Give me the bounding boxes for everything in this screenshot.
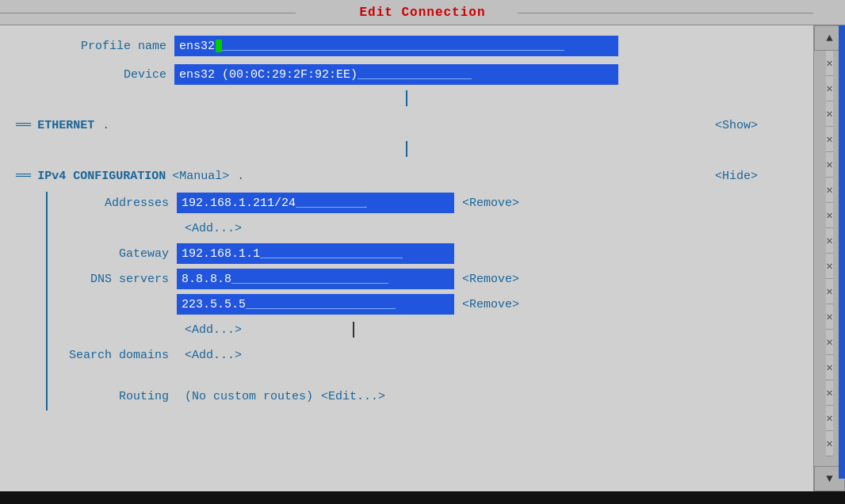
scroll-item: ✕ [826, 178, 832, 203]
vert-bar1 [406, 90, 407, 106]
bottom-bar [0, 491, 845, 504]
ipv4-block: Addresses 192.168.1.211/24__________ <Re… [46, 192, 797, 410]
dns1-row: DNS servers 8.8.8.8_____________________… [54, 268, 797, 290]
dns-label: DNS servers [54, 273, 177, 286]
profile-row: Profile name ens32______________________… [16, 33, 797, 59]
gateway-row: Gateway 192.168.1.1____________________ [54, 242, 797, 265]
add-dns-row: <Add...> [54, 319, 797, 341]
title-bar: Edit Connection [0, 0, 845, 25]
window-title: Edit Connection [359, 6, 485, 20]
ipv4-dot: . [237, 170, 244, 183]
ipv4-section: ══ IPv4 CONFIGURATION <Manual> . <Hide> [16, 163, 797, 189]
scroll-item: ✕ [826, 304, 832, 330]
scroll-item: ✕ [826, 76, 832, 101]
addr-cursor [367, 195, 369, 211]
ipv4-label: IPv4 CONFIGURATION [37, 170, 166, 183]
ethernet-section: ══ ETHERNET . <Show> [16, 113, 797, 138]
add-address-row: <Add...> [54, 217, 797, 239]
scroll-item: ✕ [826, 254, 832, 279]
scroll-item: ✕ [826, 355, 832, 380]
ethernet-label: ETHERNET [37, 119, 94, 132]
scroll-item: ✕ [826, 279, 832, 304]
ipv4-mode[interactable]: <Manual> [172, 170, 229, 183]
ethernet-dot: . [102, 119, 109, 132]
dns2-remove-btn[interactable]: <Remove> [462, 298, 519, 311]
dns2-input[interactable]: 223.5.5.5_____________________ [177, 294, 454, 315]
scroll-item: ✕ [826, 228, 832, 254]
dns1-input[interactable]: 8.8.8.8______________________ [177, 269, 454, 289]
routing-label: Routing [54, 390, 177, 403]
main-content: Profile name ens32______________________… [0, 25, 845, 491]
gw-underline: ____________________ [260, 247, 403, 261]
scroll-item: ✕ [826, 406, 832, 431]
dns1-value: 8.8.8.8 [182, 273, 231, 286]
dns2-value: 223.5.5.5 [182, 298, 246, 311]
scroll-items: ✕ ✕ ✕ ✕ ✕ ✕ ✕ ✕ ✕ ✕ ✕ ✕ ✕ ✕ ✕ ✕ [826, 51, 832, 466]
add-address-btn[interactable]: <Add...> [185, 222, 242, 235]
gateway-input[interactable]: 192.168.1.1____________________ [177, 243, 454, 264]
scroll-item: ✕ [826, 330, 832, 355]
scroll-item: ✕ [826, 431, 832, 456]
addresses-label: Addresses [54, 197, 177, 210]
device-input[interactable]: ens32 (00:0C:29:2F:92:EE)_______________… [174, 64, 618, 85]
separator2 [16, 141, 797, 157]
device-underline: ________________ [358, 68, 472, 82]
scrollbar: ▲ ✕ ✕ ✕ ✕ ✕ ✕ ✕ ✕ ✕ ✕ ✕ ✕ ✕ ✕ ✕ ✕ ▼ [813, 25, 845, 491]
ethernet-show-btn[interactable]: <Show> [715, 119, 758, 132]
separator1 [16, 90, 797, 106]
profile-label: Profile name [16, 40, 174, 53]
routing-edit-btn[interactable]: <Edit...> [321, 390, 385, 403]
search-domains-row: Search domains <Add...> [54, 344, 797, 366]
dns1-remove-btn[interactable]: <Remove> [462, 273, 519, 286]
device-label: Device [16, 68, 174, 82]
scroll-item: ✕ [826, 380, 832, 406]
vert-bar2 [406, 141, 407, 157]
address-remove-btn[interactable]: <Remove> [462, 197, 519, 210]
add-dns-btn[interactable]: <Add...> [185, 323, 242, 337]
scroll-item: ✕ [826, 152, 832, 178]
profile-input[interactable]: ens32___________________________________… [174, 36, 618, 56]
address-input[interactable]: 192.168.1.211/24__________ [177, 193, 454, 213]
scroll-item: ✕ [826, 101, 832, 127]
dns2-underline: _____________________ [246, 298, 396, 311]
routing-row: Routing (No custom routes) <Edit...> [54, 385, 797, 407]
content-area: Profile name ens32______________________… [0, 25, 813, 491]
gateway-value: 192.168.1.1 [182, 247, 260, 261]
ipv4-hide-btn[interactable]: <Hide> [715, 170, 758, 183]
search-add-btn[interactable]: <Add...> [185, 349, 242, 362]
device-row: Device ens32 (00:0C:29:2F:92:EE)________… [16, 62, 797, 87]
addr-underline: __________ [296, 197, 367, 210]
profile-underline: ________________________________________… [222, 40, 564, 53]
device-value: ens32 (00:0C:29:2F:92:EE) [179, 68, 358, 82]
scroll-item: ✕ [826, 51, 832, 76]
dns1-underline: ______________________ [231, 273, 388, 286]
gateway-label: Gateway [54, 247, 177, 261]
scroll-item: ✕ [826, 127, 832, 152]
profile-value: ens32 [179, 40, 215, 53]
search-label: Search domains [54, 349, 177, 362]
window: Edit Connection Profile name ens32______… [0, 0, 845, 504]
scroll-item: ✕ [826, 203, 832, 228]
cursor [216, 40, 222, 52]
ipv4-icon: ══ [16, 169, 31, 183]
routing-value: (No custom routes) [185, 390, 313, 403]
addresses-row: Addresses 192.168.1.211/24__________ <Re… [54, 192, 797, 214]
scroll-thumb [839, 25, 845, 479]
address-value: 192.168.1.211/24 [182, 197, 296, 210]
empty-row [54, 369, 797, 382]
ethernet-icon: ══ [16, 118, 31, 132]
dns-cursor [353, 322, 354, 338]
dns2-row: 223.5.5.5_____________________ <Remove> [54, 293, 797, 315]
